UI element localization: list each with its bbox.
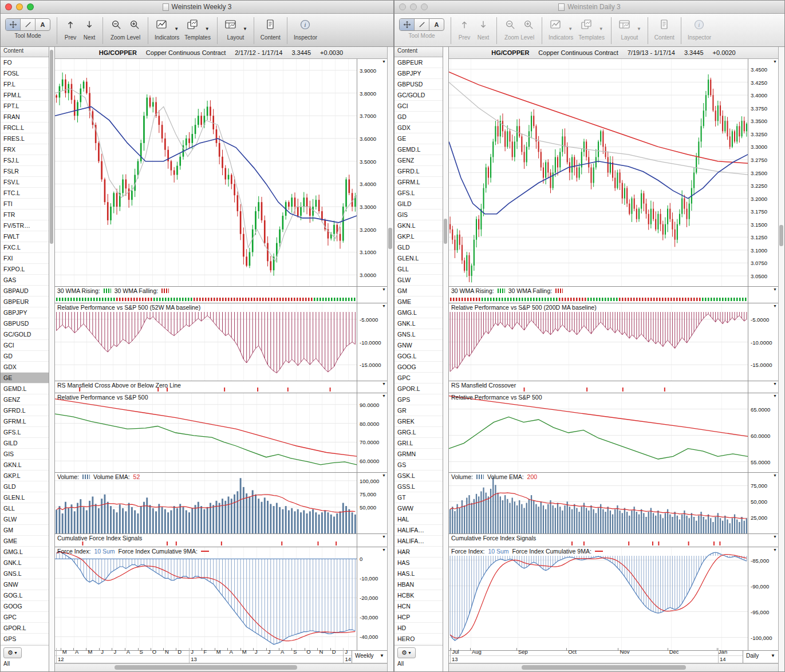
panel-collapse-icon[interactable]: ▼ xyxy=(382,548,386,552)
indicators-button[interactable]: ▼ Indicators xyxy=(549,17,573,41)
chart-vertical-scrollbar[interactable] xyxy=(778,47,784,671)
scrollbar-thumb[interactable] xyxy=(50,50,53,243)
sidebar-item[interactable]: GEMD.L xyxy=(395,144,443,155)
action-menu-button[interactable]: ⚙▼ xyxy=(3,647,22,658)
sidebar-item[interactable]: GIS xyxy=(1,449,49,460)
sidebar-item[interactable]: GNK.L xyxy=(395,318,443,329)
sidebar-item[interactable]: GDX xyxy=(395,122,443,133)
sidebar-item[interactable]: FTC.L xyxy=(1,188,49,199)
sidebar-item[interactable]: GM xyxy=(395,286,443,297)
sidebar-item[interactable]: GLL xyxy=(395,264,443,275)
tick_strip-plot[interactable]: Cumulative Force Index Signals xyxy=(449,534,748,547)
sidebar-item[interactable]: FSLR xyxy=(1,166,49,177)
sidebar-item[interactable]: GM xyxy=(1,525,49,536)
sidebar-item[interactable]: GFRD.L xyxy=(1,405,49,416)
titlebar[interactable]: Weinstein Daily 3 xyxy=(395,1,784,14)
sidebar-item[interactable]: GDX xyxy=(1,362,49,373)
content-button[interactable]: Content xyxy=(261,17,281,41)
zoom-out-icon[interactable] xyxy=(503,18,517,31)
sidebar-item[interactable]: GOG.L xyxy=(395,351,443,362)
sidebar-item[interactable]: GEMD.L xyxy=(1,384,49,394)
sidebar-item[interactable]: GWW xyxy=(395,503,443,514)
sidebar-item[interactable]: GKN.L xyxy=(1,460,49,471)
zoom-in-icon[interactable] xyxy=(522,18,535,31)
scrollbar-thumb[interactable] xyxy=(388,228,392,249)
sidebar-item[interactable]: GC/GOLD xyxy=(395,90,443,101)
candles-plot[interactable] xyxy=(55,59,357,286)
sidebar-item[interactable]: GLW xyxy=(395,275,443,286)
sidebar-item[interactable]: GREK xyxy=(395,416,443,427)
templates-button[interactable]: ▼ Templates xyxy=(184,17,211,41)
sidebar-item[interactable]: HCN xyxy=(395,601,443,612)
panel-collapse-icon[interactable]: ▼ xyxy=(773,382,777,386)
sidebar-item[interactable]: GMG.L xyxy=(1,547,49,558)
scrollbar-thumb[interactable] xyxy=(522,665,687,670)
layout-button[interactable]: ▼ Layout xyxy=(224,17,247,41)
content-button[interactable]: Content xyxy=(654,17,674,41)
sidebar-item[interactable]: FSJ.L xyxy=(1,155,49,166)
panel-collapse-icon[interactable]: ▼ xyxy=(382,535,386,539)
sidebar-item[interactable]: GPOR.L xyxy=(395,384,443,394)
sidebar-item[interactable]: FPM.L xyxy=(1,90,49,101)
panel-collapse-icon[interactable]: ▼ xyxy=(382,394,386,398)
sidebar-item[interactable]: GR xyxy=(395,405,443,416)
sidebar-item[interactable]: HALIFA… xyxy=(395,536,443,547)
sidebar-item[interactable]: GRG.L xyxy=(395,427,443,438)
sidebar-item[interactable]: GSK.L xyxy=(395,471,443,481)
sidebar-item[interactable]: GT xyxy=(395,492,443,503)
move-tool-button[interactable] xyxy=(400,19,415,30)
sidebar-item[interactable]: GNW xyxy=(1,579,49,590)
sidebar-item[interactable]: HAS.L xyxy=(395,568,443,579)
sidebar-item[interactable]: FRCL.L xyxy=(1,122,49,133)
sidebar-item[interactable]: GLD xyxy=(395,242,443,253)
sidebar-item[interactable]: GNK.L xyxy=(1,558,49,568)
sidebar-item[interactable]: GMG.L xyxy=(395,307,443,318)
lines-plot[interactable]: Relative Performance vs S&P 500 xyxy=(55,393,357,472)
sidebar-item[interactable]: FOSL xyxy=(1,68,49,79)
hist-plot[interactable]: Relative Performance vs S&P 500 (52W MA … xyxy=(55,303,357,381)
sidebar-item[interactable]: GNW xyxy=(395,340,443,351)
sidebar-item[interactable]: GRI.L xyxy=(395,438,443,449)
sidebar-item[interactable]: GPS xyxy=(395,394,443,405)
force-plot[interactable]: Force Index:10 SumForce Index Cumulative… xyxy=(449,547,748,650)
sidebar-item[interactable]: GFS.L xyxy=(395,188,443,199)
sidebar-item[interactable]: HALIFA… xyxy=(395,525,443,536)
tick_strip-plot[interactable]: Cumulative Force Index Signals xyxy=(55,534,357,547)
sidebar-item[interactable]: HAS xyxy=(395,558,443,568)
horizontal-scrollbar[interactable] xyxy=(449,663,778,671)
zoom-button[interactable] xyxy=(421,3,428,10)
next-button[interactable]: Next xyxy=(82,17,96,41)
sidebar-item[interactable]: GLEN.L xyxy=(395,253,443,264)
sidebar-item[interactable]: GS xyxy=(395,460,443,471)
zoom-button[interactable] xyxy=(27,3,34,10)
indicators-button[interactable]: ▼ Indicators xyxy=(155,17,179,41)
sidebar-item[interactable]: GBPAUD xyxy=(1,286,49,297)
sidebar-item[interactable]: GBPJPY xyxy=(1,307,49,318)
panel-collapse-icon[interactable]: ▼ xyxy=(773,535,777,539)
move-tool-button[interactable] xyxy=(6,19,21,30)
sidebar-item[interactable]: GILD xyxy=(1,438,49,449)
sidebar-item[interactable]: FRAN xyxy=(1,112,49,122)
sidebar-item[interactable]: GBPUSD xyxy=(395,79,443,90)
sidebar-item[interactable]: HBAN xyxy=(395,579,443,590)
chart-vertical-scrollbar[interactable] xyxy=(387,47,393,671)
lines-plot[interactable]: Relative Performance vs S&P 500 xyxy=(449,393,748,472)
sidebar-item[interactable]: GAS xyxy=(1,275,49,286)
minimize-button[interactable] xyxy=(16,3,23,10)
panel-collapse-icon[interactable]: ▼ xyxy=(773,473,777,477)
sidebar-item[interactable]: HAL xyxy=(395,514,443,525)
volume-plot[interactable]: Volume:Volume EMA:200 xyxy=(449,473,748,533)
force-plot[interactable]: Force Index:10 SumForce Index Cumulative… xyxy=(55,547,357,650)
sidebar-item[interactable]: GOOG xyxy=(1,601,49,612)
sidebar-item[interactable]: GPOR.L xyxy=(1,623,49,634)
templates-button[interactable]: ▼ Templates xyxy=(578,17,605,41)
inspector-button[interactable]: i Inspector xyxy=(294,17,317,41)
sidebar-item[interactable]: GKP.L xyxy=(1,471,49,481)
sidebar-item[interactable]: FV/5TR… xyxy=(1,220,49,231)
hist-plot[interactable]: Relative Performance vs S&P 500 (200D MA… xyxy=(449,303,748,381)
wma_strip-plot[interactable]: 30 WMA Rising:30 WMA Falling: xyxy=(55,287,357,303)
sidebar-item[interactable]: GPS xyxy=(1,634,49,645)
sidebar-item[interactable]: HCBK xyxy=(395,590,443,601)
sidebar-item[interactable]: GENZ xyxy=(395,155,443,166)
sidebar-item[interactable]: FPT.L xyxy=(1,101,49,112)
